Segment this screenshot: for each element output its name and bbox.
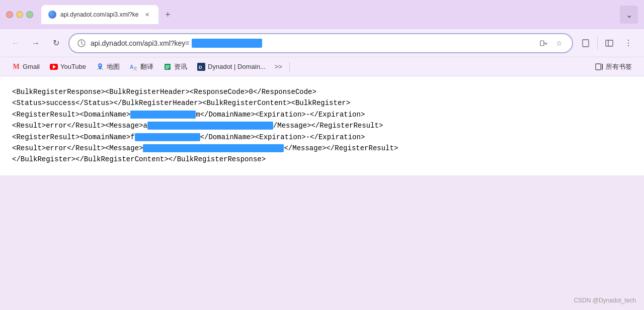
youtube-icon (50, 63, 58, 71)
xml-line-1: <BulkRegisterResponse><BulkRegisterHeade… (12, 86, 632, 97)
xml-line-7: </BulkRegister></BulkRegisterContent></B… (12, 154, 632, 165)
address-text: api.dynadot.com/api3.xml?key= (91, 39, 534, 48)
content-area: <BulkRegisterResponse><BulkRegisterHeade… (0, 76, 644, 175)
bookmark-news[interactable]: 资讯 (159, 60, 191, 73)
tab-menu-button[interactable]: ⌄ (620, 6, 638, 24)
svg-line-2 (82, 43, 83, 45)
svg-point-11 (100, 64, 101, 66)
title-bar: api.dynadot.com/api3.xml?ke ✕ + ⌄ (0, 0, 644, 29)
redacted-domain-2 (135, 133, 200, 141)
minimize-button[interactable] (16, 11, 23, 18)
svg-text:文: 文 (133, 66, 137, 71)
address-bar[interactable]: api.dynadot.com/api3.xml?key= A ☆ (68, 33, 573, 53)
back-button[interactable]: ← (8, 36, 23, 51)
close-button[interactable] (6, 11, 13, 18)
sidebar-button[interactable] (602, 36, 617, 51)
bookmark-gmail[interactable]: M Gmail (8, 61, 44, 73)
tab-favicon (48, 11, 56, 19)
svg-rect-7 (606, 40, 613, 46)
bookmark-button[interactable]: ☆ (553, 37, 565, 49)
maps-icon (96, 63, 104, 71)
bookmark-dynadot[interactable]: D Dynadot | Domain... (193, 61, 270, 73)
watermark: CSDN @Dynadot_tech (574, 297, 636, 304)
svg-rect-6 (583, 40, 589, 47)
translate-icon: A 文 (130, 63, 138, 71)
bookmark-dynadot-label: Dynadot | Domain... (208, 63, 266, 70)
xml-line-6: <Result>error</Result><Message></Message… (12, 143, 632, 154)
bookmark-translate[interactable]: A 文 翻译 (126, 60, 157, 73)
xml-line-4: <Result>error</Result><Message>a/Message… (12, 120, 632, 131)
refresh-button[interactable]: ↻ (48, 36, 63, 51)
svg-text:D: D (199, 65, 202, 70)
window-controls (6, 11, 33, 18)
bookmark-maps-label: 地图 (107, 62, 120, 71)
maximize-button[interactable] (26, 11, 33, 18)
redacted-message-1 (147, 122, 273, 130)
new-tab-button[interactable]: + (160, 8, 175, 22)
nav-separator (597, 37, 598, 49)
tab-close-button[interactable]: ✕ (142, 10, 151, 19)
nav-bar: ← → ↻ api.dynadot.com/api3.xml?key= A ☆ (0, 29, 644, 57)
forward-button[interactable]: → (28, 36, 43, 51)
all-bookmarks-label: 所有书签 (606, 62, 632, 71)
xml-line-2: <Status>success</Status></BulkRegisterHe… (12, 97, 632, 109)
news-icon (164, 63, 172, 71)
bookmark-news-label: 资讯 (174, 62, 187, 71)
downloads-button[interactable] (578, 36, 593, 51)
active-tab[interactable]: api.dynadot.com/api3.xml?ke ✕ (41, 5, 158, 24)
nav-extra-buttons: ⋮ (578, 36, 636, 51)
dynadot-icon: D (197, 63, 205, 71)
bookmark-translate-label: 翻译 (140, 62, 153, 71)
bookmark-youtube-label: YouTube (60, 63, 86, 70)
all-bookmarks-button[interactable]: 所有书签 (591, 60, 636, 73)
address-url-prefix: api.dynadot.com/api3.xml?key= (91, 39, 190, 47)
translate-page-button[interactable]: A (538, 37, 550, 49)
bookmark-maps[interactable]: 地图 (92, 60, 124, 73)
svg-text:A: A (545, 43, 547, 46)
bookmarks-more-button[interactable]: >> (272, 61, 285, 72)
bookmarks-bar: M Gmail YouTube 地图 A 文 (0, 57, 644, 76)
xml-line-3: <RegisterResult><DomainName>m</DomainNam… (12, 109, 632, 120)
tab-title: api.dynadot.com/api3.xml?ke (60, 11, 138, 18)
gmail-icon: M (12, 63, 20, 71)
address-security-icon (76, 38, 87, 48)
more-options-button[interactable]: ⋮ (621, 36, 636, 51)
xml-line-5: <RegisterResult><DomainName>f</DomainNam… (12, 132, 632, 143)
svg-rect-3 (540, 41, 544, 46)
bookmark-youtube[interactable]: YouTube (46, 61, 90, 73)
redacted-domain-1 (130, 111, 196, 119)
address-redacted-key (192, 39, 262, 48)
redacted-message-2 (143, 144, 284, 152)
address-actions: A ☆ (538, 37, 565, 49)
bookmark-gmail-label: Gmail (23, 63, 40, 70)
bookmarks-divider (289, 62, 290, 72)
svg-rect-20 (596, 64, 601, 70)
tab-bar: api.dynadot.com/api3.xml?ke ✕ + ⌄ (41, 5, 638, 24)
